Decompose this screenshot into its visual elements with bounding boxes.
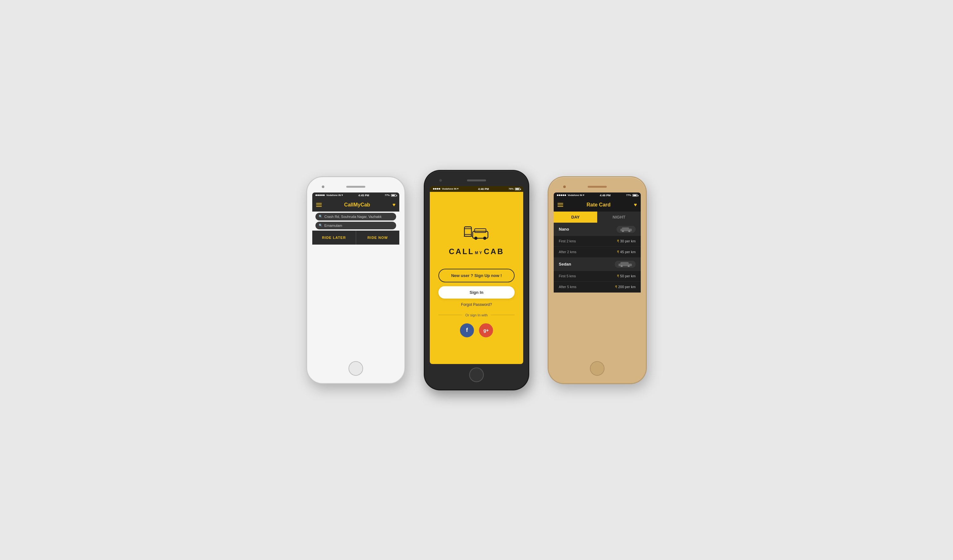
tab-night[interactable]: NIGHT xyxy=(597,211,641,223)
app-header-1: CallMyCab ♥ xyxy=(312,198,399,211)
svg-point-27 xyxy=(483,237,486,240)
nano-value-1: ₹ 30 per km xyxy=(617,239,636,243)
tab-bar: DAY NIGHT xyxy=(554,211,641,223)
logo-icon-container xyxy=(464,224,489,245)
facebook-button[interactable]: f xyxy=(460,323,474,337)
ml1 xyxy=(557,203,563,203)
time-2: 4:46 PM xyxy=(478,188,489,191)
home-button-2[interactable] xyxy=(469,368,484,382)
d3 xyxy=(561,194,562,196)
wifi-3: ▾ xyxy=(583,194,584,197)
logo-cab: CAB xyxy=(484,247,504,256)
status-bar-1: Vodafone IN ▾ 4:45 PM 77% xyxy=(312,192,399,198)
rate-card-title: Rate Card xyxy=(563,202,634,208)
carrier-3: Vodafone IN xyxy=(568,194,582,197)
nano-rate-1: First 2 kms ₹ 30 per km xyxy=(554,236,641,247)
signal-3 xyxy=(557,194,566,196)
heart-icon[interactable]: ♥ xyxy=(392,202,396,208)
phone-3-bottom xyxy=(590,359,605,378)
divider-left xyxy=(438,315,462,315)
ride-now-button[interactable]: RIDE NOW xyxy=(356,231,400,245)
battery-pct-1: 77% xyxy=(385,194,390,197)
ride-later-button[interactable]: RIDE LATER xyxy=(312,231,356,245)
heart-icon-3[interactable]: ♥ xyxy=(634,202,637,208)
rupee-3: ₹ xyxy=(617,274,619,278)
phone-1-top xyxy=(312,182,399,191)
time-1: 4:45 PM xyxy=(359,194,369,197)
status-bar-2: Vodafone IN ▾ 4:46 PM 76% xyxy=(430,186,523,192)
search-bar-2[interactable]: 🔍 Ernamulam xyxy=(315,222,396,230)
search-icon-2: 🔍 xyxy=(319,223,323,227)
home-button-1[interactable] xyxy=(348,361,363,376)
vehicle-sedan-header: Sedan xyxy=(554,258,641,271)
menu-icon[interactable] xyxy=(316,203,322,207)
menu-icon-3[interactable] xyxy=(557,203,563,207)
wifi-2: ▾ xyxy=(457,188,458,190)
app-logo: CALLMYCAB xyxy=(449,224,504,256)
sedan-icon-badge xyxy=(615,261,636,268)
speaker-3 xyxy=(588,186,607,188)
nano-name: Nano xyxy=(559,227,569,231)
nano-rate-2: After 2 kms ₹ 45 per km xyxy=(554,247,641,258)
phone-1-screen: Vodafone IN ▾ 4:45 PM 77% Cal xyxy=(312,192,399,358)
phone-3: Vodafone IN ▾ 4:46 PM 77% Rat xyxy=(548,177,646,384)
search-bar-1[interactable]: 🔍 Crash Rd, Souhruda Nagar, Vazhakk xyxy=(315,213,396,220)
battery-3 xyxy=(632,194,638,197)
sedan-value-2: ₹ 200 per km xyxy=(615,285,636,289)
s2 xyxy=(435,188,436,190)
svg-point-26 xyxy=(474,237,478,240)
d5 xyxy=(565,194,566,196)
svg-rect-21 xyxy=(464,227,472,236)
s1 xyxy=(433,188,435,190)
google-plus-button[interactable]: g+ xyxy=(479,323,493,337)
scene: Vodafone IN ▾ 4:45 PM 77% Cal xyxy=(294,158,659,403)
login-screen: CALLMYCAB New user ? Sign Up now ! Sign … xyxy=(430,192,523,364)
camera-icon-3 xyxy=(563,186,566,188)
forgot-password-link[interactable]: Forgot Password? xyxy=(461,302,492,307)
tab-day[interactable]: DAY xyxy=(554,211,597,223)
sedan-car-svg xyxy=(618,262,632,267)
ml3 xyxy=(557,206,563,207)
svg-rect-25 xyxy=(475,229,486,233)
ml2 xyxy=(557,205,563,205)
battery-pct-2: 76% xyxy=(509,188,514,190)
phone-3-screen: Vodafone IN ▾ 4:46 PM 77% Rat xyxy=(554,192,641,358)
home-button-3[interactable] xyxy=(590,361,605,376)
speaker-2 xyxy=(467,180,486,181)
nano-label-2: After 2 kms xyxy=(559,250,577,254)
phone-1-bottom xyxy=(348,359,363,378)
status-bar-3: Vodafone IN ▾ 4:46 PM 77% xyxy=(554,192,641,198)
camera-icon xyxy=(322,186,324,188)
app-title-1: CallMyCab xyxy=(344,202,370,208)
battery-icon-1 xyxy=(391,194,396,197)
sedan-label-1: First 5 kms xyxy=(559,274,576,278)
battery-fill-1 xyxy=(392,195,395,196)
dot5 xyxy=(323,194,324,196)
rate-content: Nano First 2 kms ₹ 30 per km xyxy=(554,223,641,293)
nano-icon-badge xyxy=(616,226,636,233)
speaker xyxy=(346,186,365,188)
nano-label-1: First 2 kms xyxy=(559,239,576,243)
rupee-4: ₹ xyxy=(615,285,617,289)
logo-text: CALLMYCAB xyxy=(449,247,504,256)
logo-svg xyxy=(464,224,489,243)
dot4 xyxy=(321,194,323,196)
menu-line-1 xyxy=(316,203,322,203)
logo-my: MY xyxy=(475,251,483,255)
sedan-label-2: After 5 kms xyxy=(559,285,577,289)
signin-button[interactable]: Sign In xyxy=(438,286,515,299)
svg-rect-30 xyxy=(622,227,629,230)
battery-2 xyxy=(515,188,520,190)
sedan-rate-2: After 5 kms ₹ 200 per km xyxy=(554,282,641,293)
signal-dots xyxy=(315,194,324,196)
signup-button[interactable]: New user ? Sign Up now ! xyxy=(438,269,515,282)
time-3: 4:46 PM xyxy=(600,194,610,197)
sedan-rate-1: First 5 kms ₹ 50 per km xyxy=(554,271,641,282)
phone-2-screen: Vodafone IN ▾ 4:46 PM 76% xyxy=(430,186,523,364)
status-left-2: Vodafone IN ▾ xyxy=(433,188,458,190)
d1 xyxy=(557,194,559,196)
phone-1: Vodafone IN ▾ 4:45 PM 77% Cal xyxy=(307,177,405,384)
rupee-1: ₹ xyxy=(617,239,619,243)
social-divider-text: Or sign In with xyxy=(466,313,487,317)
svg-rect-34 xyxy=(621,262,629,265)
